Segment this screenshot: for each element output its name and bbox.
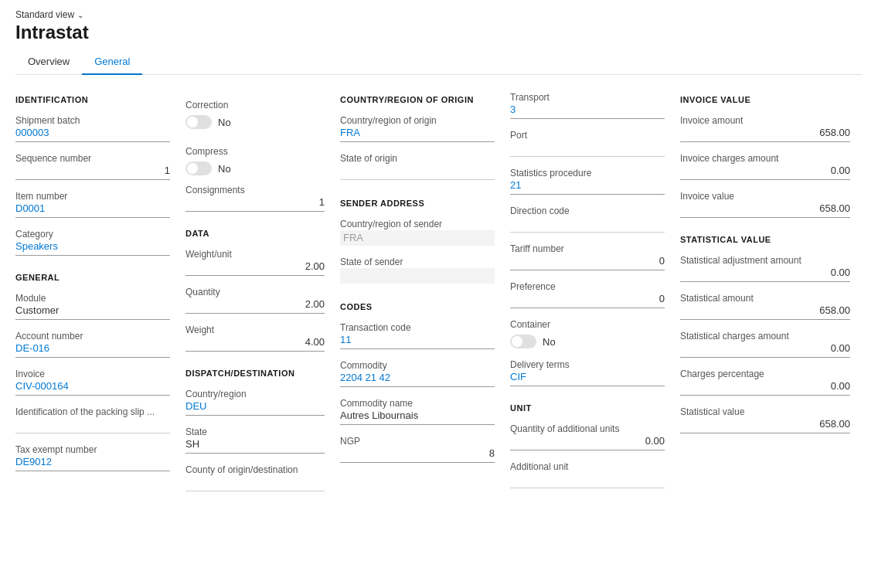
weight-unit-value[interactable]: 2.00 — [185, 260, 325, 276]
tariff-number-value[interactable]: 0 — [510, 255, 665, 270]
direction-code-label: Direction code — [510, 206, 665, 216]
stat-value-field: Statistical value 658.00 — [680, 402, 850, 433]
container-toggle-text: No — [543, 336, 556, 348]
dispatch-state-value[interactable]: SH — [185, 438, 325, 454]
page-title: Intrastat — [15, 22, 863, 43]
invoice-charges-field: Invoice charges amount 0.00 — [680, 148, 850, 180]
compress-block: Compress No — [185, 141, 325, 175]
item-number-label: Item number — [15, 191, 170, 202]
weight-unit-field: Weight/unit 2.00 — [185, 244, 325, 276]
packing-slip-value[interactable] — [15, 418, 170, 433]
invoice-value-value[interactable]: 658.00 — [680, 202, 850, 218]
standard-view[interactable]: Standard view ⌄ — [15, 9, 863, 20]
tab-overview[interactable]: Overview — [15, 49, 82, 75]
transport-label: Transport — [510, 92, 665, 103]
container-toggle[interactable] — [510, 335, 536, 348]
packing-slip-field: Identification of the packing slip ... — [15, 402, 170, 433]
preference-field: Preference 0 — [510, 277, 665, 308]
shipment-batch-field: Shipment batch 000003 — [15, 110, 170, 142]
weight-label: Weight — [185, 325, 325, 335]
stat-value-value[interactable]: 658.00 — [680, 418, 850, 433]
sequence-number-field: Sequence number 1 — [15, 148, 170, 180]
dispatch-country-value[interactable]: DEU — [185, 400, 325, 416]
container-field: Container No — [510, 314, 665, 348]
commodity-value[interactable]: 2204 21 42 — [340, 372, 495, 387]
dispatch-state-label: State — [185, 427, 325, 437]
county-field: County of origin/destination — [185, 460, 325, 491]
transport-value[interactable]: 3 — [510, 104, 665, 119]
stat-adjustment-field: Statistical adjustment amount 0.00 — [680, 250, 850, 282]
commodity-field: Commodity 2204 21 42 — [340, 355, 495, 387]
additional-unit-value[interactable] — [510, 473, 665, 488]
stat-amount-value[interactable]: 658.00 — [680, 304, 850, 320]
sender-country-value: FRA — [340, 230, 495, 246]
origin-state-label: State of origin — [340, 153, 495, 164]
container-label: Container — [510, 319, 665, 330]
charges-pct-value[interactable]: 0.00 — [680, 380, 850, 396]
shipment-batch-value[interactable]: 000003 — [15, 127, 170, 142]
qty-additional-label: Quantity of additional units — [510, 423, 665, 434]
statistics-label: Statistics procedure — [510, 168, 665, 178]
invoice-charges-label: Invoice charges amount — [680, 153, 850, 164]
stat-charges-value[interactable]: 0.00 — [680, 342, 850, 358]
compress-toggle[interactable] — [185, 161, 212, 175]
consignments-value[interactable]: 1 — [185, 196, 325, 212]
data-section: DATA — [185, 229, 325, 238]
module-value[interactable]: Customer — [15, 304, 170, 320]
tabs: Overview General — [15, 49, 863, 75]
category-value[interactable]: Speakers — [15, 240, 170, 256]
direction-code-value[interactable] — [510, 217, 665, 233]
correction-block: Correction No — [185, 95, 325, 129]
delivery-terms-label: Delivery terms — [510, 359, 665, 370]
qty-additional-value[interactable]: 0.00 — [510, 435, 665, 450]
sequence-number-value[interactable]: 1 — [15, 165, 170, 180]
statistics-value[interactable]: 21 — [510, 179, 665, 195]
county-label: County of origin/destination — [185, 464, 325, 475]
consignments-field: Consignments 1 — [185, 180, 325, 212]
county-value[interactable] — [185, 476, 325, 491]
tax-exempt-value[interactable]: DE9012 — [15, 456, 170, 471]
port-label: Port — [510, 130, 665, 141]
transaction-code-value[interactable]: 11 — [340, 334, 495, 349]
consignments-label: Consignments — [185, 185, 325, 195]
sender-country-field: Country/region of sender FRA — [340, 214, 495, 246]
invoice-value-label: Invoice value — [680, 191, 850, 202]
item-number-value[interactable]: D0001 — [15, 202, 170, 218]
correction-toggle[interactable] — [185, 115, 212, 129]
item-number-field: Item number D0001 — [15, 186, 170, 218]
invoice-amount-label: Invoice amount — [680, 115, 850, 126]
tab-general[interactable]: General — [82, 49, 142, 75]
weight-value[interactable]: 4.00 — [185, 336, 325, 352]
delivery-terms-value[interactable]: CIF — [510, 371, 665, 386]
shipment-batch-label: Shipment batch — [15, 115, 170, 126]
origin-state-value[interactable] — [340, 165, 495, 180]
account-number-label: Account number — [15, 331, 170, 342]
additional-unit-label: Additional unit — [510, 461, 665, 472]
column-1: IDENTIFICATION Shipment batch 000003 Seq… — [15, 87, 170, 493]
invoice-amount-value[interactable]: 658.00 — [680, 127, 850, 142]
invoice-field: Invoice CIV-000164 — [15, 364, 170, 396]
preference-label: Preference — [510, 281, 665, 292]
ngp-field: NGP 8 — [340, 431, 495, 463]
header: Standard view ⌄ Intrastat Overview Gener… — [0, 0, 878, 75]
preference-value[interactable]: 0 — [510, 293, 665, 308]
category-field: Category Speakers — [15, 224, 170, 256]
invoice-label: Invoice — [15, 369, 170, 379]
country-origin-section: COUNTRY/REGION OF ORIGIN — [340, 95, 495, 104]
ngp-value[interactable]: 8 — [340, 447, 495, 463]
invoice-value[interactable]: CIV-000164 — [15, 380, 170, 396]
account-number-value[interactable]: DE-016 — [15, 342, 170, 358]
sender-section: SENDER ADDRESS — [340, 199, 495, 208]
invoice-charges-value[interactable]: 0.00 — [680, 165, 850, 180]
port-value[interactable] — [510, 141, 665, 157]
quantity-value[interactable]: 2.00 — [185, 298, 325, 314]
tax-exempt-field: Tax exempt number DE9012 — [15, 440, 170, 471]
compress-toggle-row: No — [185, 161, 325, 175]
commodity-name-value[interactable]: Autres Libournais — [340, 410, 495, 425]
correction-toggle-row: No — [185, 115, 325, 129]
sender-country-label: Country/region of sender — [340, 219, 495, 229]
origin-state-field: State of origin — [340, 148, 495, 180]
dispatch-state-field: State SH — [185, 422, 325, 454]
origin-country-value[interactable]: FRA — [340, 127, 495, 142]
stat-adjustment-value[interactable]: 0.00 — [680, 267, 850, 282]
